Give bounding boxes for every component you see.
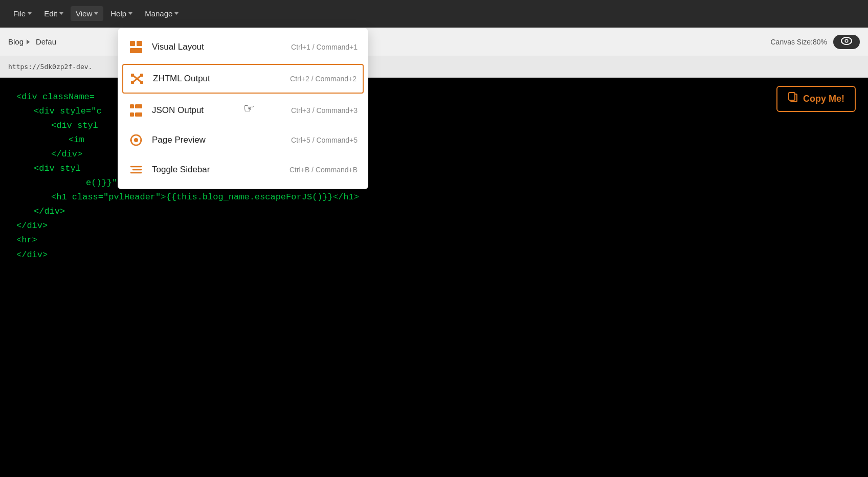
copy-me-label: Copy Me!	[803, 94, 844, 104]
svg-rect-5	[130, 41, 135, 46]
dropdown-item-zhtml-output[interactable]: ZHTML Output Ctrl+2 / Command+2	[122, 64, 364, 94]
eye-toggle-button[interactable]	[833, 35, 860, 49]
toggle-sidebar-label: Toggle Sidebar	[152, 165, 281, 175]
svg-rect-4	[789, 93, 795, 100]
copy-icon	[788, 92, 798, 106]
page-preview-icon	[128, 132, 144, 148]
svg-rect-10	[131, 74, 134, 77]
menu-file[interactable]: File	[8, 6, 37, 21]
svg-rect-16	[130, 112, 134, 117]
view-dropdown-menu: Visual Layout Ctrl+1 / Command+1 ZHTML O…	[118, 28, 368, 189]
svg-rect-11	[140, 74, 143, 77]
svg-point-19	[134, 138, 138, 142]
toggle-sidebar-icon	[128, 162, 144, 177]
svg-rect-15	[135, 104, 142, 108]
copy-me-button[interactable]: Copy Me!	[776, 86, 856, 112]
breadcrumb-part2: Defau	[36, 37, 56, 46]
view-chevron-icon	[94, 12, 98, 15]
menu-edit[interactable]: Edit	[39, 6, 69, 21]
eye-icon	[841, 37, 852, 47]
zhtml-icon	[129, 71, 145, 86]
code-line: </div>	[16, 248, 852, 262]
menu-manage[interactable]: Manage	[140, 6, 184, 21]
dropdown-item-visual-layout[interactable]: Visual Layout Ctrl+1 / Command+1	[118, 32, 368, 62]
page-preview-label: Page Preview	[152, 135, 283, 145]
dropdown-item-json-output[interactable]: JSON Output Ctrl+3 / Command+3	[118, 96, 368, 125]
zhtml-output-label: ZHTML Output	[153, 74, 282, 84]
visual-layout-shortcut: Ctrl+1 / Command+1	[291, 43, 358, 51]
svg-rect-17	[135, 112, 142, 117]
dropdown-item-page-preview[interactable]: Page Preview Ctrl+5 / Command+5	[118, 125, 368, 155]
visual-layout-icon	[128, 39, 144, 55]
dropdown-item-toggle-sidebar[interactable]: Toggle Sidebar Ctrl+B / Command+B	[118, 155, 368, 185]
code-line: </div>	[16, 205, 852, 219]
svg-rect-14	[130, 104, 134, 108]
url-text: https://5dk0zp2f-dev.	[8, 63, 92, 71]
code-line: <hr>	[16, 233, 852, 247]
svg-rect-13	[140, 81, 143, 84]
page-preview-shortcut: Ctrl+5 / Command+5	[291, 136, 358, 144]
file-chevron-icon	[28, 12, 32, 15]
toggle-sidebar-shortcut: Ctrl+B / Command+B	[290, 166, 358, 174]
code-line: <h1 class="pvlHeader">{{this.blog_name.e…	[16, 190, 852, 205]
breadcrumb-chevron-icon	[27, 39, 30, 44]
svg-rect-7	[130, 48, 142, 53]
json-output-shortcut: Ctrl+3 / Command+3	[291, 106, 358, 115]
menu-help[interactable]: Help	[105, 6, 138, 21]
breadcrumb[interactable]: Blog	[8, 37, 30, 46]
menu-bar: File Edit View Help Manage	[0, 0, 868, 28]
svg-rect-12	[131, 81, 134, 84]
svg-point-2	[845, 40, 848, 42]
canvas-size-label: Canvas Size:80%	[770, 38, 827, 46]
visual-layout-label: Visual Layout	[152, 42, 283, 52]
code-line: </div>	[16, 219, 852, 233]
help-chevron-icon	[128, 12, 132, 15]
json-icon	[128, 103, 144, 118]
edit-chevron-icon	[59, 12, 63, 15]
zhtml-output-shortcut: Ctrl+2 / Command+2	[290, 75, 357, 83]
menu-view[interactable]: View	[71, 6, 103, 21]
svg-rect-6	[137, 41, 142, 46]
manage-chevron-icon	[174, 12, 179, 15]
json-output-label: JSON Output	[152, 105, 283, 116]
